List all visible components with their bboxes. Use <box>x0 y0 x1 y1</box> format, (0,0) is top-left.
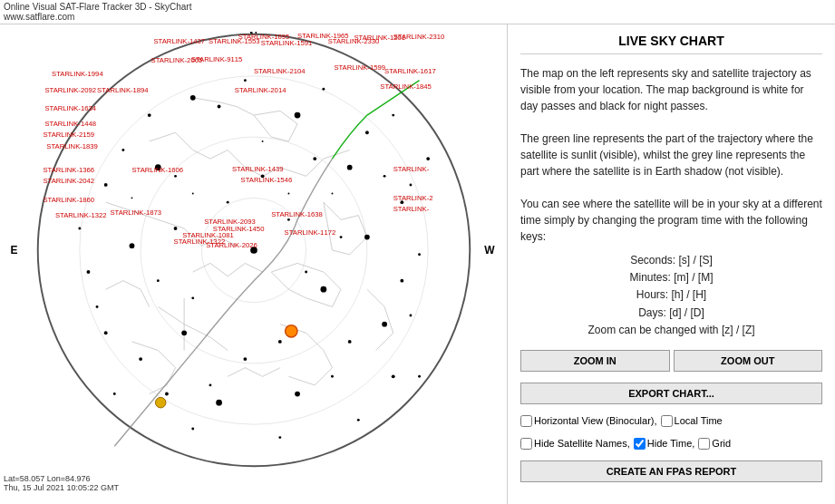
hide-satellite-names-label[interactable]: Hide Satellite Names, <box>520 438 630 450</box>
svg-text:STARLINK-1322: STARLINK-1322 <box>54 211 106 219</box>
svg-point-91 <box>391 374 394 378</box>
svg-point-87 <box>347 340 351 344</box>
svg-point-106 <box>95 305 98 308</box>
svg-line-24 <box>358 216 367 237</box>
grid-checkbox[interactable] <box>698 438 710 450</box>
local-time-checkbox[interactable] <box>661 415 673 427</box>
svg-point-102 <box>418 253 421 256</box>
svg-point-85 <box>173 227 177 230</box>
svg-line-7 <box>254 111 280 115</box>
svg-point-84 <box>103 183 107 187</box>
svg-text:STARLINK-1546: STARLINK-1546 <box>240 176 292 184</box>
svg-point-79 <box>295 392 300 397</box>
hide-time-label[interactable]: Hide Time, <box>634 438 695 450</box>
svg-point-113 <box>226 201 228 204</box>
svg-line-19 <box>279 168 306 177</box>
svg-point-117 <box>156 279 159 282</box>
svg-text:STARLINK-: STARLINK- <box>393 205 429 213</box>
svg-line-8 <box>279 111 296 123</box>
checkbox-row-2: Hide Satellite Names, Hide Time, Grid <box>520 438 822 450</box>
desc-paragraph-3: You can see where the satellite will be … <box>520 196 822 245</box>
main-content: N S E W <box>0 24 835 504</box>
svg-text:STARLINK-1448: STARLINK-1448 <box>44 120 96 128</box>
svg-text:STARLINK-2026: STARLINK-2026 <box>206 241 257 249</box>
svg-point-105 <box>78 228 81 230</box>
key-seconds: Seconds: [s] / [S] <box>520 252 822 269</box>
svg-point-76 <box>181 330 187 335</box>
svg-line-44 <box>271 272 288 289</box>
svg-line-15 <box>209 150 227 160</box>
svg-line-41 <box>332 289 341 306</box>
svg-line-10 <box>271 137 288 141</box>
svg-point-95 <box>426 157 430 160</box>
svg-text:STARLINK-1591: STARLINK-1591 <box>260 39 312 47</box>
horizontal-view-label[interactable]: Horizontal View (Binocular), <box>520 415 657 427</box>
info-description: The map on the left represents sky and s… <box>520 65 822 245</box>
chart-area: N S E W <box>0 24 508 504</box>
svg-point-101 <box>409 184 412 187</box>
svg-point-3 <box>201 198 306 302</box>
hide-satellite-names-checkbox[interactable] <box>520 438 532 450</box>
svg-point-71 <box>346 165 352 170</box>
svg-text:STARLINK-1439: STARLINK-1439 <box>231 165 283 173</box>
svg-line-55 <box>131 342 158 351</box>
svg-point-112 <box>286 218 289 221</box>
svg-text:STARLINK-2: STARLINK-2 <box>393 194 432 202</box>
svg-point-90 <box>277 340 281 344</box>
svg-line-66 <box>122 281 140 290</box>
export-chart-button[interactable]: EXPORT CHART... <box>520 383 822 404</box>
svg-text:STARLINK-1201: STARLINK-1201 <box>354 34 405 42</box>
svg-text:STARLINK-2092: STARLINK-2092 <box>44 86 96 94</box>
svg-line-5 <box>218 102 236 107</box>
svg-text:STARLINK-1873: STARLINK-1873 <box>110 208 161 217</box>
svg-line-51 <box>184 325 210 337</box>
grid-label[interactable]: Grid <box>698 438 731 450</box>
svg-text:STARLINK-1994: STARLINK-1994 <box>52 70 103 78</box>
horizontal-view-checkbox[interactable] <box>520 415 532 427</box>
svg-line-43 <box>288 289 306 298</box>
direction-N: N <box>249 30 257 43</box>
svg-line-22 <box>323 202 340 219</box>
svg-point-83 <box>400 200 403 204</box>
svg-point-128 <box>155 397 166 408</box>
hide-time-text: Hide Time, <box>647 438 695 449</box>
zoom-in-button[interactable]: ZOOM IN <box>520 350 670 372</box>
svg-point-74 <box>129 243 134 248</box>
svg-line-25 <box>349 237 366 255</box>
svg-point-98 <box>243 79 246 82</box>
svg-text:STARLINK-2093: STARLINK-2093 <box>204 218 256 226</box>
svg-text:STARLINK-2159: STARLINK-2159 <box>43 131 94 139</box>
svg-line-11 <box>254 115 271 137</box>
direction-E: E <box>11 244 18 257</box>
top-bar: Online Visual SAT-Flare Tracker 3D - Sky… <box>0 0 835 24</box>
svg-point-115 <box>305 271 307 274</box>
svg-text:STARLINK-1845: STARLINK-1845 <box>380 82 432 91</box>
info-panel: LIVE SKY CHART The map on the left repre… <box>508 24 835 504</box>
svg-line-27 <box>323 202 332 250</box>
svg-text:STARLINK-1638: STARLINK-1638 <box>271 210 323 218</box>
svg-text:STARLINK-: STARLINK- <box>393 165 429 173</box>
svg-line-18 <box>262 168 279 177</box>
svg-point-68 <box>250 247 257 254</box>
hide-time-checkbox[interactable] <box>634 438 646 450</box>
svg-line-62 <box>366 289 384 306</box>
svg-line-35 <box>209 263 227 276</box>
svg-line-6 <box>236 106 253 115</box>
svg-line-67 <box>141 289 150 306</box>
svg-point-88 <box>139 357 142 361</box>
svg-point-78 <box>216 400 222 406</box>
svg-point-81 <box>260 174 264 178</box>
svg-point-89 <box>243 357 247 361</box>
svg-line-28 <box>105 202 131 211</box>
svg-line-56 <box>158 350 175 367</box>
svg-point-75 <box>320 286 326 293</box>
svg-line-58 <box>149 385 166 394</box>
svg-text:STARLINK-1634: STARLINK-1634 <box>44 104 96 112</box>
create-fpas-button[interactable]: CREATE AN FPAS REPORT <box>520 460 822 482</box>
svg-point-70 <box>189 95 195 101</box>
desc-paragraph-1: The map on the left represents sky and s… <box>520 65 822 114</box>
zoom-out-button[interactable]: ZOOM OUT <box>674 350 823 372</box>
svg-line-20 <box>306 159 323 176</box>
key-minutes: Minutes: [m] / [M] <box>520 269 822 286</box>
local-time-label[interactable]: Local Time <box>661 415 723 427</box>
